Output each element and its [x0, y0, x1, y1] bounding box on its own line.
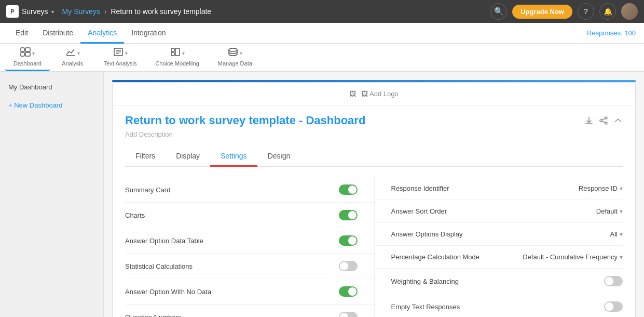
setting-row-statistical-calculations: Statistical Calculations: [125, 254, 374, 279]
choice-modelling-dropdown-arrow[interactable]: ▾: [182, 50, 185, 56]
answer-options-display-arrow: ▾: [620, 231, 623, 238]
toolbar-manage-data-label: Manage Data: [218, 60, 252, 67]
toolbar-item-dashboard[interactable]: ▾ Dashboard: [5, 44, 50, 71]
analytics-toolbar: ▾ Dashboard ▾ Analysis ▾ Text Analysis ▾…: [0, 44, 644, 72]
breadcrumb-survey-name: Return to work survey template: [111, 7, 211, 16]
dashboard-content: Return to work survey template - Dashboa…: [113, 105, 635, 317]
setting-row-empty-text-responses: Empty Text Responses: [375, 294, 623, 317]
answer-option-data-table-toggle[interactable]: [339, 235, 358, 246]
question-numbers-label: Question Numbers: [125, 313, 181, 318]
setting-row-answer-options-display: Answer Options Display All ▾: [375, 223, 623, 246]
nav-item-analytics[interactable]: Analytics: [80, 23, 124, 44]
answer-sort-order-label: Answer Sort Order: [391, 207, 447, 215]
add-logo-area[interactable]: 🖼 🖼 Add Logo: [113, 83, 635, 105]
nav-item-integration[interactable]: Integration: [124, 23, 173, 44]
svg-point-16: [605, 122, 607, 124]
breadcrumb-my-surveys[interactable]: My Surveys: [62, 7, 100, 16]
summary-card-toggle[interactable]: [339, 184, 358, 195]
title-section: Return to work survey template - Dashboa…: [125, 114, 365, 147]
nav-item-distribute[interactable]: Distribute: [35, 23, 80, 44]
charts-label: Charts: [125, 212, 145, 219]
upgrade-button[interactable]: Upgrade Now: [512, 5, 572, 19]
settings-left-column: Summary Card Charts Answer Option Data T…: [125, 177, 374, 317]
collapse-button[interactable]: [613, 116, 623, 127]
app-name: Surveys: [22, 7, 48, 16]
breadcrumb: My Surveys › Return to work survey templ…: [62, 7, 491, 16]
avatar[interactable]: [621, 3, 638, 20]
toolbar-item-analysis[interactable]: ▾ Analysis: [52, 44, 93, 71]
analysis-dropdown-arrow[interactable]: ▾: [77, 50, 80, 56]
setting-row-answer-option-data-table: Answer Option Data Table: [125, 228, 374, 254]
setting-row-charts: Charts: [125, 203, 374, 228]
setting-row-answer-option-no-data: Answer Option With No Data: [125, 279, 374, 305]
response-identifier-dropdown[interactable]: Response ID ▾: [579, 184, 623, 192]
setting-row-summary-card: Summary Card: [125, 177, 374, 203]
toolbar-dashboard-label: Dashboard: [13, 60, 42, 67]
help-button[interactable]: ?: [578, 3, 594, 20]
tab-display[interactable]: Display: [166, 147, 210, 167]
percentage-calculation-mode-value: Default - Cumulative Frequency: [523, 253, 618, 261]
answer-options-display-label: Answer Options Display: [391, 230, 463, 238]
tab-settings[interactable]: Settings: [210, 147, 257, 167]
charts-toggle[interactable]: [339, 210, 358, 220]
summary-card-label: Summary Card: [125, 186, 170, 194]
secondary-navigation: Edit Distribute Analytics Integration Re…: [0, 23, 644, 44]
answer-option-data-table-label: Answer Option Data Table: [125, 237, 203, 245]
tab-design[interactable]: Design: [257, 147, 301, 167]
dashboard-title: Return to work survey template - Dashboa…: [125, 114, 365, 127]
title-row: Return to work survey template - Dashboa…: [125, 114, 623, 147]
dashboard-icon: [20, 47, 31, 59]
question-numbers-toggle[interactable]: [339, 312, 358, 317]
toolbar-analysis-label: Analysis: [62, 60, 83, 67]
toolbar-item-choice-modelling[interactable]: ▾ Choice Modelling: [147, 44, 207, 71]
answer-sort-order-value: Default: [596, 207, 618, 215]
svg-point-14: [605, 117, 607, 119]
setting-row-question-numbers: Question Numbers: [125, 305, 374, 317]
notifications-button[interactable]: 🔔: [599, 3, 616, 20]
choice-modelling-icon: [170, 47, 181, 59]
app-dropdown-arrow[interactable]: ▾: [51, 9, 54, 15]
percentage-calculation-mode-label: Percentage Calculation Mode: [391, 253, 480, 261]
download-button[interactable]: [584, 116, 594, 127]
response-identifier-arrow: ▾: [620, 185, 623, 192]
toolbar-choice-modelling-label: Choice Modelling: [155, 60, 199, 67]
manage-data-dropdown-arrow[interactable]: ▾: [240, 50, 242, 56]
analysis-icon: [65, 47, 76, 59]
share-button[interactable]: [599, 116, 608, 127]
setting-row-answer-sort-order: Answer Sort Order Default ▾: [375, 200, 623, 223]
tab-filters[interactable]: Filters: [125, 147, 166, 167]
weighting-balancing-label: Weighting & Balancing: [391, 278, 459, 285]
response-identifier-label: Response Identifier: [391, 184, 449, 192]
answer-options-display-dropdown[interactable]: All ▾: [610, 230, 623, 238]
main-content: 🖼 🖼 Add Logo Return to work survey templ…: [104, 72, 644, 317]
svg-rect-11: [175, 48, 180, 56]
toolbar-item-text-analysis[interactable]: ▾ Text Analysis: [95, 44, 145, 71]
sidebar: My Dashboard + New Dashboard: [0, 72, 104, 317]
settings-grid: Summary Card Charts Answer Option Data T…: [125, 177, 623, 317]
dashboard-dropdown-arrow[interactable]: ▾: [32, 50, 35, 56]
main-layout: My Dashboard + New Dashboard 🖼 🖼 Add Log…: [0, 72, 644, 317]
percentage-calculation-mode-dropdown[interactable]: Default - Cumulative Frequency ▾: [523, 253, 623, 261]
logo-area[interactable]: P Surveys ▾: [6, 5, 54, 18]
statistical-calculations-toggle[interactable]: [339, 261, 358, 271]
nav-item-edit[interactable]: Edit: [8, 23, 35, 44]
search-button[interactable]: 🔍: [490, 3, 507, 20]
sidebar-item-new-dashboard[interactable]: + New Dashboard: [0, 96, 103, 114]
empty-text-responses-toggle[interactable]: [604, 301, 623, 312]
statistical-calculations-label: Statistical Calculations: [125, 262, 193, 270]
answer-sort-order-dropdown[interactable]: Default ▾: [596, 207, 623, 215]
svg-rect-3: [25, 52, 30, 56]
answer-sort-order-arrow: ▾: [620, 208, 623, 215]
sidebar-item-my-dashboard[interactable]: My Dashboard: [0, 78, 103, 96]
weighting-balancing-toggle[interactable]: [604, 276, 623, 286]
toolbar-item-manage-data[interactable]: ▾ Manage Data: [210, 44, 261, 71]
svg-point-12: [229, 48, 237, 51]
answer-option-no-data-toggle[interactable]: [339, 286, 358, 297]
dashboard-card: 🖼 🖼 Add Logo Return to work survey templ…: [112, 82, 636, 317]
top-nav-actions: 🔍 Upgrade Now ? 🔔: [490, 3, 638, 20]
setting-row-response-identifier: Response Identifier Response ID ▾: [375, 177, 623, 200]
text-analysis-dropdown-arrow[interactable]: ▾: [125, 50, 128, 56]
add-description[interactable]: Add Description: [125, 130, 365, 138]
settings-right-column: Response Identifier Response ID ▾ Answer…: [374, 177, 623, 317]
manage-data-icon: [228, 47, 238, 59]
